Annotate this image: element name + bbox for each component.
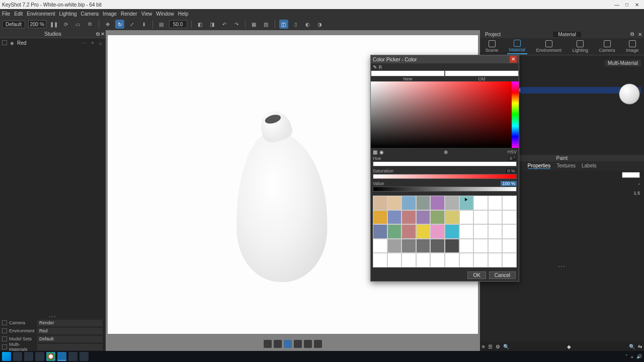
swatch[interactable] bbox=[445, 224, 459, 239]
val-slider[interactable] bbox=[373, 187, 517, 192]
footer-icon-4[interactable]: 🔍 bbox=[503, 344, 509, 349]
preset-select[interactable]: Default bbox=[2, 21, 25, 28]
swatch[interactable] bbox=[401, 224, 416, 239]
swatch[interactable] bbox=[473, 224, 488, 239]
row-action-a-icon[interactable]: ⋯ bbox=[82, 40, 88, 46]
explorer-icon[interactable] bbox=[35, 352, 44, 361]
checkbox-icon[interactable] bbox=[2, 40, 7, 45]
move-icon[interactable]: ✥ bbox=[103, 20, 112, 29]
swatch[interactable] bbox=[445, 196, 459, 210]
swatch[interactable] bbox=[373, 196, 387, 210]
value-env[interactable]: Red bbox=[37, 328, 103, 334]
check-multi[interactable] bbox=[2, 344, 7, 349]
sat-value[interactable]: 0 % bbox=[506, 168, 517, 173]
detach-right-icon[interactable]: ⧉ bbox=[628, 31, 636, 37]
tree-row[interactable]: ◆ Red ⋯ ＋ ⌂ bbox=[0, 38, 106, 47]
swatch[interactable] bbox=[416, 196, 431, 210]
close-panel-icon[interactable]: ✕ bbox=[101, 31, 105, 37]
vt-icon-6[interactable] bbox=[314, 340, 322, 348]
multi-material-button[interactable]: Multi-Material bbox=[605, 60, 641, 66]
color-swatch[interactable] bbox=[622, 172, 640, 178]
region-icon[interactable]: ▭ bbox=[73, 20, 83, 29]
vt-icon-4[interactable] bbox=[294, 340, 302, 348]
swatch[interactable] bbox=[373, 224, 387, 239]
itab-camera[interactable]: Camera bbox=[597, 39, 617, 54]
panel-extra-icon[interactable]: ◑ bbox=[315, 20, 325, 29]
angle-input[interactable] bbox=[169, 20, 187, 28]
swatch[interactable] bbox=[473, 253, 488, 267]
menu-file[interactable]: File bbox=[2, 11, 10, 17]
value-model[interactable]: Default bbox=[37, 336, 103, 342]
swatch[interactable] bbox=[459, 210, 474, 225]
system-tray[interactable]: ˄ ▵ 🔊 bbox=[625, 354, 642, 359]
swatch[interactable] bbox=[502, 196, 517, 210]
swatch[interactable] bbox=[387, 239, 402, 253]
task-icon-b[interactable] bbox=[79, 352, 89, 361]
footer-icon-3[interactable]: ⚙ bbox=[496, 344, 500, 349]
undo-icon[interactable]: ↶ bbox=[220, 20, 229, 29]
swatch[interactable] bbox=[459, 253, 474, 267]
swatch[interactable] bbox=[401, 196, 416, 210]
tray-net-icon[interactable]: ▵ bbox=[631, 354, 633, 359]
panel-left-icon[interactable]: ◫ bbox=[279, 20, 288, 29]
cube-icon[interactable]: ◧ bbox=[196, 20, 205, 29]
menu-lighting[interactable]: Lighting bbox=[59, 11, 77, 17]
panel-right-icon[interactable]: ◐ bbox=[303, 20, 312, 29]
swatch[interactable] bbox=[373, 239, 387, 253]
swatch[interactable] bbox=[416, 210, 431, 225]
swatch[interactable] bbox=[373, 210, 387, 225]
footer-icon-1[interactable]: ≡ bbox=[482, 344, 485, 349]
footer-icon-6[interactable]: 🔍 bbox=[629, 344, 635, 349]
tray-up-icon[interactable]: ˄ bbox=[625, 354, 628, 359]
swatch[interactable] bbox=[488, 196, 503, 210]
saturation-value-field[interactable] bbox=[371, 81, 512, 148]
menu-view[interactable]: View bbox=[141, 11, 152, 17]
swatch[interactable] bbox=[459, 224, 474, 239]
ok-button[interactable]: OK bbox=[467, 272, 486, 279]
swatch[interactable] bbox=[473, 196, 488, 210]
vt-icon-5[interactable] bbox=[304, 340, 312, 348]
rotate-icon[interactable]: ↻ bbox=[115, 20, 124, 29]
vt-icon-2[interactable] bbox=[274, 340, 282, 348]
value-multi[interactable] bbox=[37, 344, 103, 350]
swatch[interactable] bbox=[387, 253, 402, 267]
swatch[interactable] bbox=[488, 239, 503, 253]
cube2-icon[interactable]: ◨ bbox=[208, 20, 217, 29]
swatch[interactable] bbox=[502, 224, 517, 239]
panel-grip[interactable]: ••• bbox=[0, 314, 106, 319]
value-camera[interactable]: Render bbox=[37, 320, 103, 326]
dialog-titlebar[interactable]: Color Picker - Color ✕ bbox=[371, 55, 519, 63]
swatch[interactable] bbox=[459, 239, 474, 253]
swatch[interactable] bbox=[430, 253, 445, 267]
swatch[interactable] bbox=[416, 239, 431, 253]
swatch[interactable] bbox=[430, 210, 445, 225]
menu-help[interactable]: Help bbox=[178, 11, 189, 17]
swatch[interactable] bbox=[387, 196, 402, 210]
menu-edit[interactable]: Edit bbox=[14, 11, 23, 17]
tab-material[interactable]: Material bbox=[553, 32, 581, 37]
crop-icon[interactable]: ⧉ bbox=[86, 20, 95, 29]
tab-project[interactable]: Project bbox=[480, 32, 506, 37]
hue-slider[interactable] bbox=[373, 161, 517, 166]
menu-render[interactable]: Render bbox=[121, 11, 137, 17]
tool-b-icon[interactable]: ▧ bbox=[262, 20, 271, 29]
hue-value[interactable]: 0 ° bbox=[508, 156, 517, 161]
swatch[interactable] bbox=[430, 239, 445, 253]
eyedropper-icon[interactable]: ✎ bbox=[373, 64, 377, 70]
swatch[interactable] bbox=[430, 224, 445, 239]
hue-strip[interactable] bbox=[512, 81, 519, 148]
keyshot-task-icon[interactable] bbox=[57, 352, 66, 361]
tool-a-icon[interactable]: ▦ bbox=[250, 20, 259, 29]
menu-window[interactable]: Window bbox=[156, 11, 174, 17]
swatch[interactable] bbox=[373, 253, 387, 267]
link-icon[interactable]: ⎘ bbox=[379, 64, 382, 70]
swatch[interactable] bbox=[488, 224, 503, 239]
swatch[interactable] bbox=[488, 253, 503, 267]
swatch[interactable] bbox=[401, 210, 416, 225]
maximize-button[interactable]: □ bbox=[622, 2, 632, 8]
val-value[interactable]: 100 % bbox=[501, 181, 517, 186]
swatch[interactable] bbox=[387, 224, 402, 239]
prop-value-b[interactable]: 1.5 bbox=[633, 191, 640, 196]
footer-icon-5[interactable]: ◆ bbox=[567, 344, 571, 349]
grid-icon[interactable]: ▤ bbox=[157, 20, 166, 29]
